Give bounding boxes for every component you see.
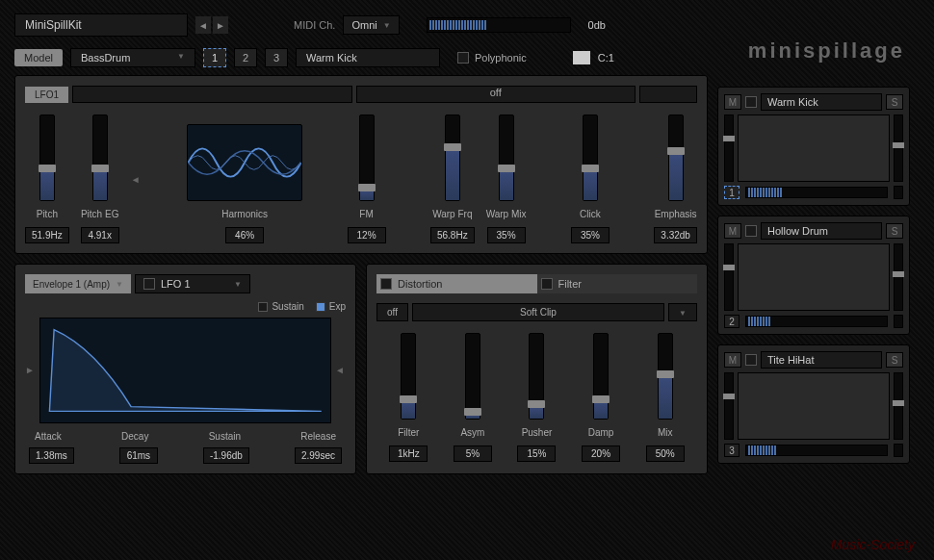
pad-knob-2[interactable] (894, 315, 903, 328)
pad-pan-3[interactable] (894, 372, 903, 440)
envelope-lfo-select[interactable]: LFO 1▼ (135, 274, 250, 293)
pad-meter-2 (745, 316, 888, 327)
fm-value[interactable]: 12% (348, 227, 386, 243)
pad-level-1[interactable] (724, 115, 734, 182)
preset-name[interactable]: MiniSpillKit (14, 13, 188, 37)
mix-value[interactable]: 50% (646, 445, 685, 462)
distortion-tab[interactable]: Distortion (376, 274, 537, 293)
pad-display-2[interactable] (738, 243, 890, 311)
pusher-value[interactable]: 15% (517, 445, 556, 462)
pitch-label: Pitch (37, 209, 58, 219)
emphasis-slider[interactable] (668, 115, 684, 201)
pitch-eg-slider[interactable] (92, 115, 108, 201)
warp-frq-slider[interactable] (445, 115, 460, 201)
midi-channel-select[interactable]: Omni ▼ (343, 15, 399, 35)
pad-select-1[interactable]: 1 (203, 48, 226, 67)
pitch-slider[interactable] (39, 115, 55, 201)
distortion-off[interactable]: off (376, 303, 408, 321)
triangle-left-icon[interactable]: ◄ (131, 174, 143, 186)
asym-value[interactable]: 5% (454, 445, 492, 462)
oscillator-panel: LFO1 off Pitch 51.9Hz Pitch (14, 75, 708, 254)
distortion-checkbox[interactable] (380, 278, 392, 290)
pad-select-3[interactable]: 3 (265, 48, 288, 67)
mute-button-3[interactable]: M (724, 352, 741, 368)
mix-slider[interactable] (658, 333, 673, 420)
asym-slider[interactable] (465, 333, 480, 420)
polyphonic-checkbox[interactable] (457, 52, 469, 64)
dist-filter-value[interactable]: 1kHz (389, 445, 428, 462)
envelope-graph[interactable] (39, 318, 331, 423)
warp-mix-slider[interactable] (499, 115, 514, 201)
attack-label: Attack (35, 431, 62, 442)
dist-filter-label: Filter (398, 427, 419, 438)
pad-pan-1[interactable] (894, 115, 903, 182)
attack-value[interactable]: 1.38ms (29, 447, 74, 464)
pad-number-1[interactable]: 1 (724, 186, 739, 199)
chevron-down-icon: ▼ (679, 309, 687, 318)
pad-display-1[interactable] (738, 115, 890, 182)
model-label: Model (14, 49, 63, 66)
pad-meter-1 (745, 187, 888, 198)
damp-value[interactable]: 20% (582, 445, 620, 462)
click-value[interactable]: 35% (571, 227, 610, 243)
keyboard-icon[interactable] (573, 51, 590, 64)
mute-button-1[interactable]: M (724, 94, 741, 110)
pad-pan-2[interactable] (894, 243, 903, 311)
pad-name-3[interactable]: Tite HiHat (761, 351, 882, 369)
harmonics-display[interactable] (187, 124, 302, 201)
pad-checkbox-2[interactable] (745, 225, 757, 237)
lfo-bar-2[interactable] (639, 86, 697, 103)
triangle-left-icon[interactable]: ◄ (335, 365, 346, 376)
harmonics-value[interactable]: 46% (225, 227, 264, 243)
emphasis-label: Emphasis (655, 209, 697, 219)
pad-number-2[interactable]: 2 (724, 315, 739, 328)
sustain-checkbox[interactable] (258, 302, 268, 312)
distortion-mode-select[interactable]: Soft Clip (412, 303, 664, 321)
pad-level-2[interactable] (724, 243, 734, 311)
lfo-checkbox[interactable] (143, 278, 155, 290)
patch-name[interactable]: Warm Kick (296, 48, 440, 67)
filter-checkbox[interactable] (541, 278, 553, 290)
pad-display-3[interactable] (738, 372, 890, 440)
pad-checkbox-1[interactable] (745, 96, 757, 108)
model-select[interactable]: BassDrum ▼ (70, 48, 195, 67)
mute-button-2[interactable]: M (724, 223, 741, 239)
pad-level-3[interactable] (724, 372, 734, 440)
preset-prev[interactable]: ◄ (195, 16, 211, 34)
pad-number-3[interactable]: 3 (724, 444, 739, 457)
sustain-option[interactable]: Sustain (258, 301, 303, 312)
solo-button-2[interactable]: S (886, 223, 903, 239)
distortion-mode-dd[interactable]: ▼ (668, 303, 697, 321)
damp-slider[interactable] (593, 333, 609, 420)
sustain-value[interactable]: -1.96db (203, 447, 249, 464)
exp-checkbox[interactable] (316, 302, 325, 312)
click-slider[interactable] (583, 115, 598, 201)
envelope-select[interactable]: Envelope 1 (Amp)▼ (25, 274, 131, 293)
solo-button-1[interactable]: S (886, 94, 903, 110)
pusher-slider[interactable] (529, 333, 544, 420)
pitch-eg-value[interactable]: 4.91x (81, 227, 119, 243)
pad-select-2[interactable]: 2 (234, 48, 257, 67)
preset-next[interactable]: ► (213, 16, 228, 34)
distortion-panel: Distortion Filter off Soft Clip ▼ Filter… (366, 264, 708, 474)
dist-filter-slider[interactable] (401, 333, 416, 420)
pad-name-1[interactable]: Warm Kick (761, 93, 882, 111)
pad-knob-3[interactable] (894, 444, 903, 457)
warp-mix-value[interactable]: 35% (487, 227, 526, 243)
pad-checkbox-3[interactable] (745, 354, 757, 366)
filter-tab[interactable]: Filter (537, 274, 698, 293)
solo-button-3[interactable]: S (886, 352, 903, 368)
triangle-right-icon[interactable]: ► (25, 365, 36, 376)
lfo-bar[interactable] (72, 86, 352, 103)
fm-slider[interactable] (359, 115, 375, 201)
pitch-value[interactable]: 51.9Hz (25, 227, 69, 243)
emphasis-value[interactable]: 3.32db (654, 227, 697, 243)
warp-frq-value[interactable]: 56.8Hz (430, 227, 475, 243)
release-value[interactable]: 2.99sec (295, 447, 342, 464)
lfo-state-select[interactable]: off (356, 86, 636, 103)
decay-value[interactable]: 61ms (119, 447, 158, 464)
exp-option[interactable]: Exp (316, 301, 346, 312)
pad-knob-1[interactable] (894, 186, 903, 199)
pad-name-2[interactable]: Hollow Drum (761, 222, 882, 240)
chevron-down-icon: ▼ (177, 52, 185, 64)
